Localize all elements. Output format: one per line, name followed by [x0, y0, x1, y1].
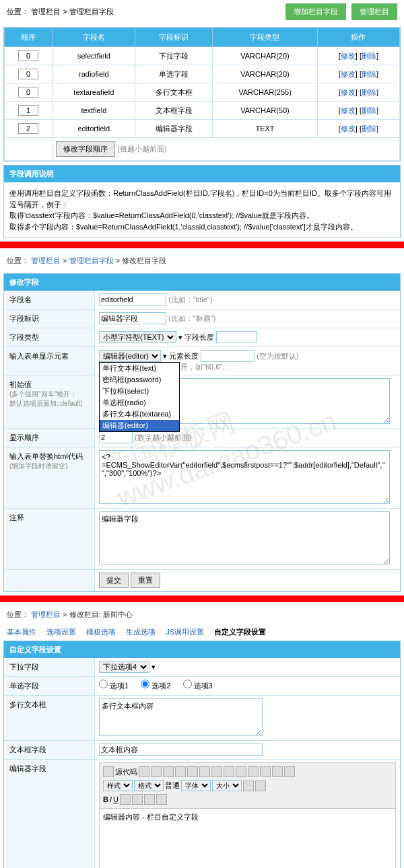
element-dropdown-list[interactable]: 单行文本框(text) 密码框(password) 下拉框(select) 单选…: [99, 362, 180, 432]
size-select[interactable]: 大小: [212, 780, 242, 791]
order-input[interactable]: [18, 87, 38, 98]
radio-opt2[interactable]: 选项2: [141, 682, 170, 690]
link-icon[interactable]: [224, 766, 234, 777]
field-label-input[interactable]: [99, 312, 166, 324]
dropdown-field[interactable]: 下拉选项4: [99, 661, 149, 673]
order-input[interactable]: [18, 105, 38, 116]
tab-option[interactable]: 选项设置: [46, 628, 76, 636]
tab-custom[interactable]: 自定义字段设置: [214, 628, 266, 636]
element-length-input[interactable]: [201, 350, 255, 362]
element-select[interactable]: 编辑器(editor): [99, 350, 161, 362]
radio-opt3[interactable]: 选项3: [183, 682, 213, 690]
table-row: selectfield下拉字段VARCHAR(20)[修改] [删除]: [5, 47, 400, 65]
editor-toolbar[interactable]: 源代码 样式 格式普通 字体 大小 B I U: [99, 762, 396, 809]
list-icon[interactable]: [132, 794, 143, 805]
multiline-textarea[interactable]: 多行文本框内容: [99, 698, 263, 736]
underline-icon[interactable]: U: [113, 795, 119, 803]
format-select[interactable]: 格式: [134, 780, 164, 791]
panel-title: 自定义字段设置: [4, 641, 400, 658]
breadcrumb: 位置： 管理栏目 > 管理栏目字段 > 修改栏目字段: [0, 252, 404, 270]
breadcrumb: 位置： 管理栏目 > 管理栏目字段: [7, 7, 114, 17]
align-right-icon[interactable]: [284, 766, 295, 777]
style-select[interactable]: 样式: [103, 780, 133, 791]
table-row: textareafield多行文本框VARCHAR(255)[修改] [删除]: [5, 83, 400, 102]
redo-icon[interactable]: [199, 766, 210, 777]
help-title: 字段调用说明: [4, 166, 400, 182]
breadcrumb: 位置： 管理栏目 > 修改栏目: 新闻中心: [0, 606, 404, 624]
editor-content[interactable]: 编辑器内容 - 栏目自定义字段: [99, 809, 396, 868]
bc-link[interactable]: 管理栏目: [31, 7, 61, 15]
source-icon[interactable]: [103, 766, 114, 777]
bgcolor-icon[interactable]: [255, 781, 266, 791]
align-left-icon[interactable]: [260, 766, 271, 777]
field-type-select[interactable]: 小型字符型(TEXT): [99, 331, 176, 343]
order-input[interactable]: [18, 123, 38, 134]
field-table: 顺序 字段名 字段标识 字段类型 操作 selectfield下拉字段VARCH…: [4, 28, 400, 161]
textbox-input[interactable]: [99, 744, 263, 756]
undo-icon[interactable]: [187, 766, 198, 777]
order-input[interactable]: [99, 431, 133, 443]
table-row: radiofield单选字段VARCHAR(20)[修改] [删除]: [5, 65, 400, 83]
th-name: 字段名: [53, 28, 135, 47]
modify-link[interactable]: 修改: [341, 70, 356, 78]
manage-col-button[interactable]: 管理栏目: [351, 3, 397, 20]
html-textarea[interactable]: <?=ECMS_ShowEditorVar("editorfield",$ecm…: [99, 450, 390, 504]
reset-button[interactable]: 重置: [131, 573, 160, 588]
order-input[interactable]: [18, 69, 38, 79]
outdent-icon[interactable]: [156, 794, 167, 805]
update-order-button[interactable]: 修改字段顺序: [56, 141, 115, 157]
tab-basic[interactable]: 基本属性: [7, 628, 36, 636]
image-icon[interactable]: [236, 766, 246, 777]
modify-link[interactable]: 修改: [341, 52, 356, 60]
color-icon[interactable]: [243, 781, 254, 791]
copy-icon[interactable]: [163, 766, 174, 777]
th-ops: 操作: [317, 28, 399, 47]
delete-link[interactable]: 删除: [362, 70, 376, 78]
delete-link[interactable]: 删除: [362, 124, 376, 133]
save-icon[interactable]: [139, 766, 149, 777]
order-input[interactable]: [18, 50, 38, 61]
table-row: editorfield编辑器字段TEXT[修改] [删除]: [5, 120, 400, 138]
th-label: 字段标识: [135, 28, 213, 47]
table-icon[interactable]: [248, 766, 259, 777]
form-title: 修改字段: [4, 274, 400, 291]
tab-template[interactable]: 模板选项: [86, 628, 116, 636]
modify-link[interactable]: 修改: [341, 106, 356, 114]
font-select[interactable]: 字体: [181, 780, 211, 791]
delete-link[interactable]: 删除: [362, 106, 376, 114]
table-row: textfield文本框字段VARCHAR(50)[修改] [删除]: [5, 102, 400, 120]
tab-generate[interactable]: 生成选项: [126, 628, 156, 636]
dropdown-icon[interactable]: ▾: [152, 663, 156, 671]
strike-icon[interactable]: [120, 794, 131, 805]
bc-link[interactable]: 管理栏目字段: [69, 7, 114, 15]
field-length-input[interactable]: [216, 331, 257, 343]
add-field-button[interactable]: 增加栏目字段: [285, 3, 346, 20]
paste-icon[interactable]: [175, 766, 186, 777]
radio-opt1[interactable]: 选项1: [99, 682, 129, 690]
indent-icon[interactable]: [144, 794, 155, 805]
modify-link[interactable]: 修改: [341, 124, 356, 133]
dropdown-icon[interactable]: ▾: [178, 333, 182, 341]
tabs: 基本属性 选项设置 模板选项 生成选项 JS调用设置 自定义字段设置: [0, 624, 404, 637]
th-order: 顺序: [5, 28, 53, 47]
bold-icon[interactable]: B: [103, 795, 108, 803]
modify-link[interactable]: 修改: [341, 88, 356, 96]
tab-js[interactable]: JS调用设置: [166, 628, 204, 636]
submit-button[interactable]: 提交: [99, 573, 129, 588]
th-type: 字段类型: [213, 28, 318, 47]
note-textarea[interactable]: 编辑器字段: [99, 511, 390, 565]
dropdown-icon[interactable]: ▾: [163, 352, 167, 360]
find-icon[interactable]: [211, 766, 222, 777]
delete-link[interactable]: 删除: [362, 52, 376, 60]
italic-icon[interactable]: I: [110, 795, 112, 803]
cut-icon[interactable]: [151, 766, 162, 777]
align-center-icon[interactable]: [272, 766, 283, 777]
field-name-input[interactable]: [99, 293, 166, 305]
delete-link[interactable]: 删除: [362, 88, 376, 96]
